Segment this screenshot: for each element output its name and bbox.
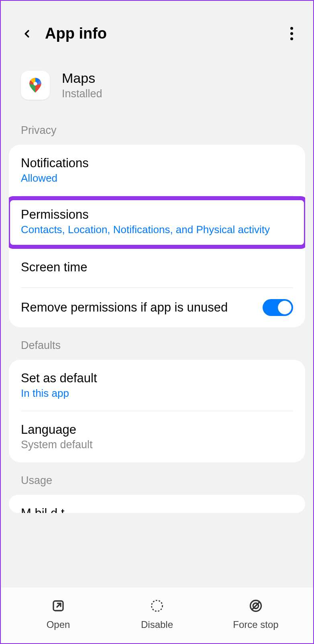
page-title: App info xyxy=(45,25,107,42)
section-header-usage: Usage xyxy=(1,462,313,495)
more-options-icon[interactable] xyxy=(290,27,301,40)
svg-point-0 xyxy=(33,82,37,86)
mobile-data-title: M bil d t xyxy=(21,506,293,513)
app-icon xyxy=(21,71,50,100)
force-stop-button[interactable]: Force stop xyxy=(206,598,305,630)
permissions-item[interactable]: Permissions Contacts, Location, Notifica… xyxy=(21,207,293,236)
notifications-title: Notifications xyxy=(21,156,293,170)
force-stop-label: Force stop xyxy=(233,619,278,630)
svg-point-3 xyxy=(152,601,163,611)
open-label: Open xyxy=(47,619,70,630)
app-name: Maps xyxy=(62,70,102,86)
force-stop-icon xyxy=(248,598,263,613)
open-button[interactable]: Open xyxy=(9,598,108,630)
language-value: System default xyxy=(21,439,293,451)
notifications-item[interactable]: Notifications Allowed xyxy=(9,145,305,196)
notifications-value: Allowed xyxy=(21,172,293,185)
language-title: Language xyxy=(21,422,293,437)
remove-permissions-title: Remove permissions if app is unused xyxy=(21,299,263,316)
app-details: Maps Installed xyxy=(62,70,102,100)
set-default-item[interactable]: Set as default In this app xyxy=(9,360,305,411)
toggle-knob xyxy=(278,301,292,314)
defaults-card: Set as default In this app Language Syst… xyxy=(9,360,305,462)
open-icon xyxy=(51,598,66,613)
section-header-privacy: Privacy xyxy=(1,112,313,145)
set-default-value: In this app xyxy=(21,387,293,400)
section-header-defaults: Defaults xyxy=(1,327,313,360)
header: App info xyxy=(1,1,313,50)
app-status: Installed xyxy=(62,88,102,100)
disable-button[interactable]: Disable xyxy=(108,598,206,630)
back-icon[interactable] xyxy=(21,28,33,40)
screen-time-item[interactable]: Screen time xyxy=(9,249,305,287)
permissions-title: Permissions xyxy=(21,207,293,222)
header-left: App info xyxy=(21,25,107,42)
remove-permissions-item[interactable]: Remove permissions if app is unused xyxy=(9,288,305,327)
app-header: Maps Installed xyxy=(1,50,313,112)
disable-icon xyxy=(149,598,165,613)
mobile-data-item[interactable]: M bil d t xyxy=(9,495,305,513)
bottom-bar: Open Disable Force stop xyxy=(1,587,313,643)
permissions-highlight: Permissions Contacts, Location, Notifica… xyxy=(9,196,305,249)
privacy-card: Notifications Allowed Permissions Contac… xyxy=(9,145,305,327)
remove-permissions-toggle[interactable] xyxy=(263,299,293,316)
set-default-title: Set as default xyxy=(21,371,293,386)
disable-label: Disable xyxy=(141,619,173,630)
usage-card: M bil d t xyxy=(9,495,305,513)
permissions-value: Contacts, Location, Notifications, and P… xyxy=(21,224,293,236)
language-item[interactable]: Language System default xyxy=(9,411,305,462)
screen-time-title: Screen time xyxy=(21,260,293,275)
